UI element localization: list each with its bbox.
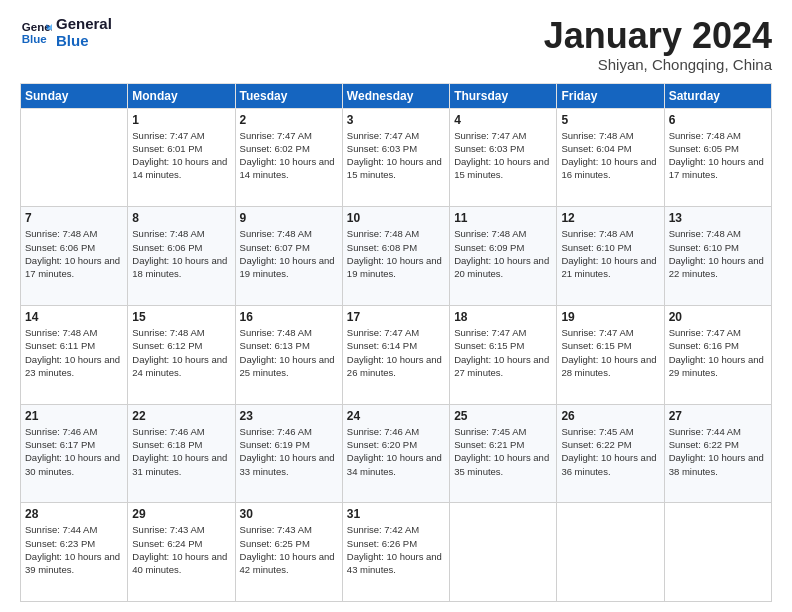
day-number: 19 [561, 310, 659, 324]
title-block: January 2024 Shiyan, Chongqing, China [544, 16, 772, 73]
day-info: Sunrise: 7:48 AMSunset: 6:10 PMDaylight:… [561, 227, 659, 280]
day-cell: 6Sunrise: 7:48 AMSunset: 6:05 PMDaylight… [664, 108, 771, 207]
col-header-wednesday: Wednesday [342, 83, 449, 108]
day-number: 24 [347, 409, 445, 423]
day-cell: 15Sunrise: 7:48 AMSunset: 6:12 PMDayligh… [128, 305, 235, 404]
svg-text:Blue: Blue [22, 32, 48, 44]
col-header-tuesday: Tuesday [235, 83, 342, 108]
day-info: Sunrise: 7:48 AMSunset: 6:10 PMDaylight:… [669, 227, 767, 280]
day-cell: 1Sunrise: 7:47 AMSunset: 6:01 PMDaylight… [128, 108, 235, 207]
day-cell: 28Sunrise: 7:44 AMSunset: 6:23 PMDayligh… [21, 503, 128, 602]
day-number: 3 [347, 113, 445, 127]
day-number: 16 [240, 310, 338, 324]
logo-general-text: General [56, 16, 112, 33]
day-info: Sunrise: 7:44 AMSunset: 6:22 PMDaylight:… [669, 425, 767, 478]
day-cell: 29Sunrise: 7:43 AMSunset: 6:24 PMDayligh… [128, 503, 235, 602]
day-cell: 10Sunrise: 7:48 AMSunset: 6:08 PMDayligh… [342, 207, 449, 306]
day-number: 18 [454, 310, 552, 324]
day-info: Sunrise: 7:47 AMSunset: 6:01 PMDaylight:… [132, 129, 230, 182]
day-cell: 8Sunrise: 7:48 AMSunset: 6:06 PMDaylight… [128, 207, 235, 306]
day-number: 15 [132, 310, 230, 324]
day-info: Sunrise: 7:42 AMSunset: 6:26 PMDaylight:… [347, 523, 445, 576]
day-info: Sunrise: 7:45 AMSunset: 6:22 PMDaylight:… [561, 425, 659, 478]
logo-blue-text: Blue [56, 33, 112, 50]
day-cell: 26Sunrise: 7:45 AMSunset: 6:22 PMDayligh… [557, 404, 664, 503]
header: General Blue General Blue January 2024 S… [20, 16, 772, 73]
day-cell: 13Sunrise: 7:48 AMSunset: 6:10 PMDayligh… [664, 207, 771, 306]
day-cell: 9Sunrise: 7:48 AMSunset: 6:07 PMDaylight… [235, 207, 342, 306]
day-number: 11 [454, 211, 552, 225]
day-number: 1 [132, 113, 230, 127]
day-cell: 24Sunrise: 7:46 AMSunset: 6:20 PMDayligh… [342, 404, 449, 503]
day-cell: 2Sunrise: 7:47 AMSunset: 6:02 PMDaylight… [235, 108, 342, 207]
day-info: Sunrise: 7:48 AMSunset: 6:11 PMDaylight:… [25, 326, 123, 379]
day-info: Sunrise: 7:46 AMSunset: 6:19 PMDaylight:… [240, 425, 338, 478]
logo: General Blue General Blue [20, 16, 112, 49]
day-cell: 27Sunrise: 7:44 AMSunset: 6:22 PMDayligh… [664, 404, 771, 503]
day-info: Sunrise: 7:47 AMSunset: 6:02 PMDaylight:… [240, 129, 338, 182]
day-cell: 17Sunrise: 7:47 AMSunset: 6:14 PMDayligh… [342, 305, 449, 404]
day-cell: 11Sunrise: 7:48 AMSunset: 6:09 PMDayligh… [450, 207, 557, 306]
day-cell: 22Sunrise: 7:46 AMSunset: 6:18 PMDayligh… [128, 404, 235, 503]
day-number: 5 [561, 113, 659, 127]
day-info: Sunrise: 7:43 AMSunset: 6:25 PMDaylight:… [240, 523, 338, 576]
day-cell [450, 503, 557, 602]
day-info: Sunrise: 7:48 AMSunset: 6:12 PMDaylight:… [132, 326, 230, 379]
day-number: 25 [454, 409, 552, 423]
day-number: 12 [561, 211, 659, 225]
day-number: 17 [347, 310, 445, 324]
calendar-table: SundayMondayTuesdayWednesdayThursdayFrid… [20, 83, 772, 602]
day-info: Sunrise: 7:47 AMSunset: 6:16 PMDaylight:… [669, 326, 767, 379]
day-info: Sunrise: 7:48 AMSunset: 6:05 PMDaylight:… [669, 129, 767, 182]
day-number: 9 [240, 211, 338, 225]
week-row-4: 21Sunrise: 7:46 AMSunset: 6:17 PMDayligh… [21, 404, 772, 503]
day-info: Sunrise: 7:43 AMSunset: 6:24 PMDaylight:… [132, 523, 230, 576]
day-cell: 18Sunrise: 7:47 AMSunset: 6:15 PMDayligh… [450, 305, 557, 404]
day-info: Sunrise: 7:47 AMSunset: 6:03 PMDaylight:… [454, 129, 552, 182]
day-info: Sunrise: 7:44 AMSunset: 6:23 PMDaylight:… [25, 523, 123, 576]
day-cell: 31Sunrise: 7:42 AMSunset: 6:26 PMDayligh… [342, 503, 449, 602]
day-cell: 5Sunrise: 7:48 AMSunset: 6:04 PMDaylight… [557, 108, 664, 207]
day-info: Sunrise: 7:48 AMSunset: 6:08 PMDaylight:… [347, 227, 445, 280]
day-cell [664, 503, 771, 602]
day-number: 23 [240, 409, 338, 423]
day-number: 4 [454, 113, 552, 127]
day-info: Sunrise: 7:48 AMSunset: 6:07 PMDaylight:… [240, 227, 338, 280]
day-number: 8 [132, 211, 230, 225]
day-cell: 30Sunrise: 7:43 AMSunset: 6:25 PMDayligh… [235, 503, 342, 602]
day-info: Sunrise: 7:48 AMSunset: 6:06 PMDaylight:… [132, 227, 230, 280]
day-info: Sunrise: 7:48 AMSunset: 6:09 PMDaylight:… [454, 227, 552, 280]
col-header-monday: Monday [128, 83, 235, 108]
day-number: 31 [347, 507, 445, 521]
week-row-5: 28Sunrise: 7:44 AMSunset: 6:23 PMDayligh… [21, 503, 772, 602]
day-info: Sunrise: 7:47 AMSunset: 6:15 PMDaylight:… [561, 326, 659, 379]
day-info: Sunrise: 7:47 AMSunset: 6:14 PMDaylight:… [347, 326, 445, 379]
day-number: 30 [240, 507, 338, 521]
day-number: 13 [669, 211, 767, 225]
day-cell: 7Sunrise: 7:48 AMSunset: 6:06 PMDaylight… [21, 207, 128, 306]
day-info: Sunrise: 7:45 AMSunset: 6:21 PMDaylight:… [454, 425, 552, 478]
day-number: 2 [240, 113, 338, 127]
day-number: 21 [25, 409, 123, 423]
week-row-3: 14Sunrise: 7:48 AMSunset: 6:11 PMDayligh… [21, 305, 772, 404]
day-number: 29 [132, 507, 230, 521]
calendar-page: General Blue General Blue January 2024 S… [0, 0, 792, 612]
day-info: Sunrise: 7:46 AMSunset: 6:18 PMDaylight:… [132, 425, 230, 478]
location: Shiyan, Chongqing, China [544, 56, 772, 73]
week-row-1: 1Sunrise: 7:47 AMSunset: 6:01 PMDaylight… [21, 108, 772, 207]
day-info: Sunrise: 7:46 AMSunset: 6:20 PMDaylight:… [347, 425, 445, 478]
week-row-2: 7Sunrise: 7:48 AMSunset: 6:06 PMDaylight… [21, 207, 772, 306]
col-header-friday: Friday [557, 83, 664, 108]
day-cell: 25Sunrise: 7:45 AMSunset: 6:21 PMDayligh… [450, 404, 557, 503]
day-number: 6 [669, 113, 767, 127]
day-info: Sunrise: 7:47 AMSunset: 6:03 PMDaylight:… [347, 129, 445, 182]
day-info: Sunrise: 7:47 AMSunset: 6:15 PMDaylight:… [454, 326, 552, 379]
col-header-sunday: Sunday [21, 83, 128, 108]
day-info: Sunrise: 7:46 AMSunset: 6:17 PMDaylight:… [25, 425, 123, 478]
day-number: 28 [25, 507, 123, 521]
days-header-row: SundayMondayTuesdayWednesdayThursdayFrid… [21, 83, 772, 108]
day-number: 20 [669, 310, 767, 324]
col-header-saturday: Saturday [664, 83, 771, 108]
day-cell: 21Sunrise: 7:46 AMSunset: 6:17 PMDayligh… [21, 404, 128, 503]
logo-icon: General Blue [20, 17, 52, 49]
